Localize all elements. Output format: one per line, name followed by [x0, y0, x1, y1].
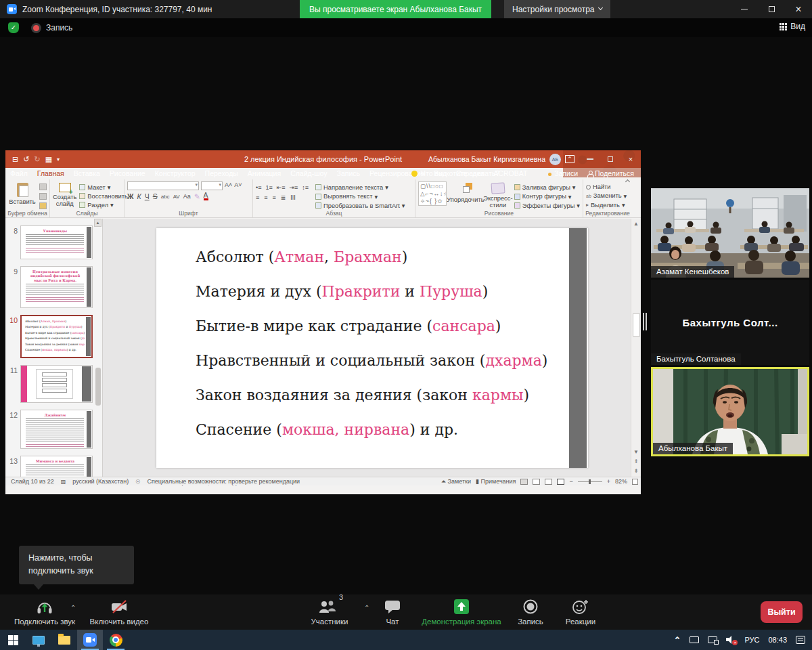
- share-button[interactable]: Поделиться: [587, 169, 634, 177]
- participant-video-3-active-speaker[interactable]: Абылханова Бакыт: [651, 367, 809, 456]
- thumbnail-preview[interactable]: [20, 365, 93, 403]
- char-spacing-button[interactable]: AV: [173, 194, 180, 200]
- volume-muted-icon[interactable]: ×: [726, 636, 736, 644]
- undo-icon[interactable]: ↺: [23, 155, 29, 164]
- font-color-button[interactable]: А: [204, 192, 208, 200]
- ppt-tab-главная[interactable]: Главная: [32, 168, 69, 179]
- indent-increase-icon[interactable]: ⇥≡: [289, 184, 298, 191]
- slide-thumbnail-8[interactable]: 8Упанишады: [5, 225, 93, 259]
- slide-text-line-3[interactable]: Бытие-в мире как страдание (сансара): [196, 318, 501, 334]
- justify-icon[interactable]: ≣: [281, 194, 286, 201]
- indent-decrease-icon[interactable]: ⇤≡: [277, 184, 286, 191]
- slide-thumbnail-12[interactable]: 12Джайнизм: [5, 410, 93, 449]
- slideshow-view-icon[interactable]: [557, 479, 564, 485]
- fit-slide-icon[interactable]: [632, 479, 638, 485]
- clock[interactable]: 08:43: [768, 636, 787, 644]
- quick-access-toolbar[interactable]: ⊟ ↺ ↻ ▦ ▾: [12, 155, 60, 164]
- slide-sorter-view-icon[interactable]: [533, 479, 540, 485]
- reading-view-icon[interactable]: [545, 479, 552, 485]
- start-video-button[interactable]: Включить видео: [87, 598, 152, 626]
- participants-button[interactable]: 3 Участники: [303, 598, 356, 626]
- font-size-combo[interactable]: [201, 181, 223, 190]
- tray-expand-icon[interactable]: ⌃: [674, 635, 681, 645]
- accessibility-status[interactable]: Специальные возможности: проверьте реком…: [147, 478, 300, 485]
- normal-view-icon[interactable]: [520, 479, 528, 485]
- record-button[interactable]: Запись: [514, 598, 547, 626]
- ppt-tab-файл[interactable]: Файл: [5, 168, 32, 179]
- zoom-app-button[interactable]: [77, 630, 103, 650]
- chat-button[interactable]: Чат: [379, 598, 406, 626]
- shape-outline-button[interactable]: Контур фигуры ▾: [514, 193, 580, 200]
- notes-toggle[interactable]: ⏶ Заметки: [441, 478, 471, 485]
- align-center-icon[interactable]: ≡: [264, 194, 267, 201]
- slide-text-line-5[interactable]: Закон воздаяния за деяния (закон кармы): [196, 387, 529, 404]
- audio-options-chevron[interactable]: ⌃: [70, 604, 76, 611]
- participant-video-1[interactable]: Азамат Кенешбеков: [651, 188, 809, 278]
- save-icon[interactable]: ⊟: [12, 155, 18, 164]
- layout-button[interactable]: Макет ▾: [79, 183, 128, 191]
- cut-icon[interactable]: [39, 183, 47, 190]
- ppt-minimize-button[interactable]: [580, 150, 600, 168]
- start-button[interactable]: [0, 630, 26, 650]
- change-case-button[interactable]: Aa: [183, 193, 191, 200]
- join-audio-button[interactable]: Подключить звук: [8, 598, 81, 626]
- file-explorer-button[interactable]: [51, 630, 77, 650]
- thumb-scrollbar[interactable]: [95, 368, 101, 406]
- slide-thumbnail-10[interactable]: 10Абсолют (Атман, Брахман)Материя и дух …: [5, 315, 93, 358]
- thumbnail-preview[interactable]: Упанишады: [20, 225, 93, 259]
- arrange-button[interactable]: Упорядочить: [449, 181, 482, 209]
- previous-slide-icon[interactable]: ⇞: [632, 457, 641, 466]
- slide-text-line-1[interactable]: Абсолют (Атман, Брахман): [196, 248, 407, 265]
- new-slide-button[interactable]: Создать слайд: [53, 181, 76, 209]
- slide-thumbnail-panel[interactable]: 8Упанишады9Центральные понятия индийской…: [5, 219, 103, 485]
- align-left-icon[interactable]: ≡: [256, 194, 259, 201]
- slide-thumbnail-9[interactable]: 9Центральные понятия индийской философск…: [5, 266, 93, 308]
- shape-effects-button[interactable]: Эффекты фигуры ▾: [514, 202, 580, 209]
- shrink-font-icon[interactable]: A˅: [234, 181, 242, 190]
- bullets-icon[interactable]: •≡: [256, 184, 261, 191]
- qat-customize-icon[interactable]: ▾: [57, 156, 60, 162]
- participant-video-2[interactable]: Бахытгуль Солт... Бахытгуль Солтанова: [651, 280, 809, 365]
- align-right-icon[interactable]: ≡: [273, 194, 276, 201]
- comments-toggle[interactable]: ▮ Примечания: [476, 478, 516, 485]
- ppt-tab-рисование[interactable]: Рисование: [105, 168, 150, 179]
- numbering-icon[interactable]: 1≡: [265, 184, 272, 191]
- select-button[interactable]: ▸Выделить ▾: [586, 201, 627, 209]
- strikethrough-button[interactable]: S: [153, 192, 158, 200]
- share-screen-button[interactable]: Демонстрация экрана: [414, 598, 509, 626]
- next-slide-icon[interactable]: ⇟: [632, 467, 641, 475]
- network-icon[interactable]: [708, 636, 717, 643]
- underline-button[interactable]: Ч: [145, 192, 150, 200]
- shapes-gallery[interactable]: ▢\\□○□△⌐¬↔↓☆✧~{ }✩: [418, 181, 447, 206]
- reset-button[interactable]: Восстановить: [79, 193, 128, 200]
- columns-icon[interactable]: ‖‖: [290, 194, 295, 201]
- language-status[interactable]: русский (Казахстан): [72, 478, 129, 485]
- highlight-button[interactable]: ✎: [194, 192, 200, 200]
- zoom-slider[interactable]: [578, 481, 602, 482]
- slideshow-icon[interactable]: ▦: [45, 155, 52, 164]
- ppt-tab-вставка[interactable]: Вставка: [69, 168, 105, 179]
- chrome-button[interactable]: [103, 630, 129, 650]
- participants-chevron[interactable]: ⌃: [364, 604, 369, 611]
- ppt-tab-анимация[interactable]: Анимация: [243, 168, 286, 179]
- action-center-icon[interactable]: [796, 636, 805, 644]
- spellcheck-icon[interactable]: ▨: [61, 479, 66, 485]
- task-view-button[interactable]: [26, 630, 51, 650]
- slide-text-line-6[interactable]: Спасение (мокша, нирвана) и др.: [196, 421, 458, 438]
- vertical-scrollbar[interactable]: ▲ ▼ ⇞ ⇟: [631, 219, 641, 477]
- slide-thumbnail-11[interactable]: 11: [5, 365, 93, 403]
- ppt-close-button[interactable]: ×: [621, 150, 641, 168]
- bold-button[interactable]: Ж: [127, 192, 134, 200]
- text-shadow-button[interactable]: abc: [161, 194, 170, 200]
- zoom-out-icon[interactable]: −: [569, 478, 572, 485]
- language-indicator[interactable]: РУС: [744, 636, 759, 644]
- panel-resize-handle[interactable]: [643, 313, 648, 330]
- grow-font-icon[interactable]: A˄: [225, 181, 232, 190]
- italic-button[interactable]: К: [137, 192, 141, 200]
- view-button[interactable]: Вид: [780, 22, 805, 31]
- view-options-button[interactable]: Настройки просмотра: [504, 0, 610, 18]
- thumbnail-preview[interactable]: Абсолют (Атман, Брахман)Материя и дух (П…: [20, 315, 93, 358]
- reactions-button[interactable]: Реакции: [562, 598, 600, 626]
- ppt-tab-конструктор[interactable]: Конструктор: [150, 168, 200, 179]
- minimize-button[interactable]: [731, 0, 758, 18]
